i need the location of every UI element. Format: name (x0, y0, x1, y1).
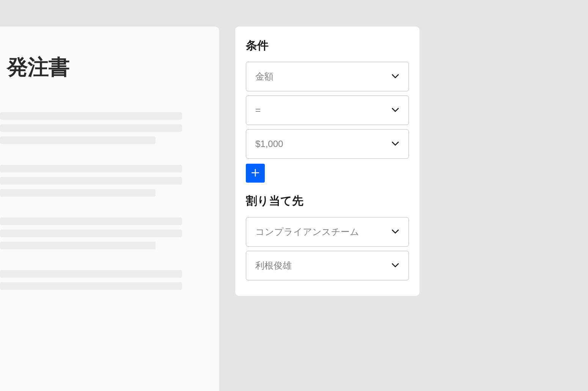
skeleton-line (0, 242, 156, 249)
skeleton-line (0, 124, 182, 132)
document-preview-panel: 発注書 (0, 27, 219, 391)
select-value: コンプライアンスチーム (255, 226, 359, 238)
chevron-down-icon (391, 261, 399, 270)
chevron-down-icon (391, 106, 399, 114)
condition-value-select[interactable]: $1,000 (246, 129, 409, 159)
document-title: 発注書 (7, 53, 219, 82)
skeleton-line (0, 165, 182, 172)
skeleton-line (0, 177, 182, 185)
skeleton-line (0, 230, 182, 237)
select-value: = (255, 105, 261, 116)
select-value: 利根俊雄 (255, 260, 292, 272)
condition-field-select[interactable]: 金額 (246, 62, 409, 91)
skeleton-line (0, 270, 182, 278)
assignment-person-select[interactable]: 利根俊雄 (246, 251, 409, 280)
add-condition-button[interactable] (246, 164, 265, 183)
skeleton-line (0, 217, 182, 225)
chevron-down-icon (391, 228, 399, 236)
skeleton-line (0, 282, 182, 290)
plus-icon (251, 169, 259, 178)
skeleton-block-4 (0, 270, 219, 290)
skeleton-block-1 (0, 112, 219, 144)
conditions-panel: 条件 金額 = $1,000 割り当て先 コンプライアンスチーム 利根俊雄 (235, 27, 420, 296)
condition-operator-select[interactable]: = (246, 95, 409, 125)
skeleton-block-3 (0, 217, 219, 249)
conditions-heading: 条件 (246, 38, 409, 53)
chevron-down-icon (391, 140, 399, 148)
skeleton-line (0, 112, 182, 120)
assignment-heading: 割り当て先 (246, 193, 409, 209)
assignment-team-select[interactable]: コンプライアンスチーム (246, 217, 409, 247)
select-value: $1,000 (255, 139, 283, 149)
skeleton-block-2 (0, 165, 219, 197)
skeleton-line (0, 136, 156, 144)
chevron-down-icon (391, 72, 399, 81)
skeleton-line (0, 189, 156, 197)
select-value: 金額 (255, 70, 274, 83)
